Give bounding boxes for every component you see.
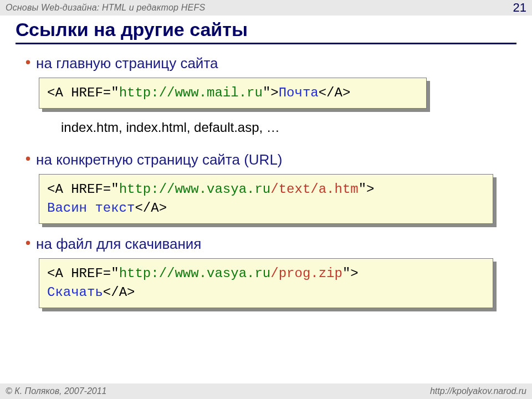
header-bar: Основы Web-дизайна: HTML и редактор HEFS… [0,0,532,16]
code-token-linktext: Почта [279,85,319,100]
code-token-linktext: Васин текст [47,201,135,216]
bullet-text: на файл для скачивания [36,235,201,253]
code-token: "> [342,266,359,281]
bullet-text: на конкретную страницу сайта (URL) [36,151,282,168]
code-box: <A HREF="http://www.vasya.ru/prog.zip">С… [39,258,493,308]
code-token-url: http://www.vasya.ru [119,182,271,197]
bullet-text: на главную страницу сайта [36,54,218,72]
code-token: "> [263,85,279,100]
code-token: </A> [103,285,135,300]
code-token: "> [359,182,375,197]
content: • на главную страницу сайта <A HREF="htt… [0,44,532,308]
code-box: <A HREF="http://www.vasya.ru/text/a.htm"… [39,174,493,224]
bullet-dot-icon: • [25,151,30,166]
code-token-linktext: Скачать [47,285,103,300]
code-token-path: /prog.zip [270,266,342,281]
code-token-path: /text/a.htm [270,182,358,197]
code-content: <A HREF="http://www.vasya.ru/prog.zip">С… [39,258,493,308]
page-title: Ссылки на другие сайты [16,19,516,44]
bullet-item: • на файл для скачивания [25,235,507,253]
bullet-item: • на главную страницу сайта [25,54,507,72]
title-wrap: Ссылки на другие сайты [0,16,532,44]
code-content: <A HREF="http://www.mail.ru">Почта</A> [39,78,427,109]
breadcrumb: Основы Web-дизайна: HTML и редактор HEFS [6,3,205,13]
code-token: </A> [319,85,351,100]
code-token: <A HREF=" [47,266,119,281]
code-token: </A> [135,201,167,216]
code-token: <A HREF=" [47,85,119,100]
bullet-dot-icon: • [25,235,30,250]
page-number: 21 [513,1,526,15]
bullet-item: • на конкретную страницу сайта (URL) [25,151,507,168]
code-content: <A HREF="http://www.vasya.ru/text/a.htm"… [39,174,493,224]
code-token-url: http://www.vasya.ru [119,266,271,281]
footer-copyright: © К. Поляков, 2007-2011 [6,386,106,396]
code-token-url: http://www.mail.ru [119,85,263,100]
slide: Основы Web-дизайна: HTML и редактор HEFS… [0,0,532,399]
code-token: <A HREF=" [47,182,119,197]
code-box: <A HREF="http://www.mail.ru">Почта</A> [39,78,427,109]
footer-url: http://kpolyakov.narod.ru [430,386,526,396]
footer-bar: © К. Поляков, 2007-2011 http://kpolyakov… [0,383,532,399]
note-text: index.htm, index.html, default.asp, … [61,120,507,135]
bullet-dot-icon: • [25,54,30,70]
